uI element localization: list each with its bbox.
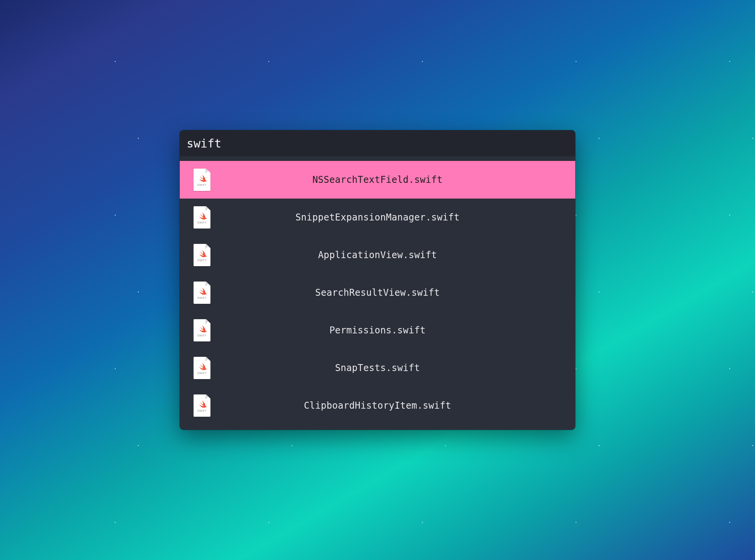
file-type-label: SWIFT xyxy=(197,297,207,299)
swift-bird-icon xyxy=(197,325,207,334)
result-row[interactable]: SWIFT SnapTests.swift xyxy=(180,349,575,387)
file-type-label: SWIFT xyxy=(197,221,207,224)
file-type-label: SWIFT xyxy=(197,184,207,186)
swift-bird-icon xyxy=(197,174,207,183)
result-row[interactable]: SWIFT SnippetExpansionManager.swift xyxy=(180,199,575,236)
result-row[interactable]: SWIFT Permissions.swift xyxy=(180,311,575,349)
result-row[interactable]: SWIFT ApplicationView.swift xyxy=(180,236,575,274)
result-row[interactable]: SWIFT ClipboardHistoryItem.swift xyxy=(180,387,575,424)
result-row[interactable]: SWIFT SearchResultView.swift xyxy=(180,274,575,311)
search-bar xyxy=(180,130,575,156)
swift-file-icon: SWIFT xyxy=(194,206,214,229)
swift-bird-icon xyxy=(197,400,207,409)
result-filename: ApplicationView.swift xyxy=(214,250,561,260)
result-filename: SnippetExpansionManager.swift xyxy=(214,212,561,223)
swift-bird-icon xyxy=(197,287,207,296)
result-filename: SearchResultView.swift xyxy=(214,287,561,298)
swift-file-icon: SWIFT xyxy=(194,282,214,304)
file-type-label: SWIFT xyxy=(197,372,207,374)
swift-file-icon: SWIFT xyxy=(194,394,214,417)
result-filename: SnapTests.swift xyxy=(214,363,561,373)
results-list[interactable]: SWIFT NSSearchTextField.swift SWIFT Snip… xyxy=(180,156,575,430)
result-filename: NSSearchTextField.swift xyxy=(214,174,561,185)
swift-bird-icon xyxy=(197,249,207,258)
swift-file-icon: SWIFT xyxy=(194,319,214,341)
result-row[interactable]: SWIFT NSSearchTextField.swift xyxy=(180,161,575,199)
quick-open-panel: SWIFT NSSearchTextField.swift SWIFT Snip… xyxy=(180,130,575,430)
swift-file-icon: SWIFT xyxy=(194,169,214,191)
swift-file-icon: SWIFT xyxy=(194,244,214,266)
swift-bird-icon xyxy=(197,362,207,371)
swift-file-icon: SWIFT xyxy=(194,357,214,379)
search-input[interactable] xyxy=(187,137,568,150)
result-filename: ClipboardHistoryItem.swift xyxy=(214,400,561,411)
file-type-label: SWIFT xyxy=(197,334,207,337)
swift-bird-icon xyxy=(197,212,207,221)
file-type-label: SWIFT xyxy=(197,409,207,412)
result-filename: Permissions.swift xyxy=(214,325,561,336)
file-type-label: SWIFT xyxy=(197,259,207,262)
